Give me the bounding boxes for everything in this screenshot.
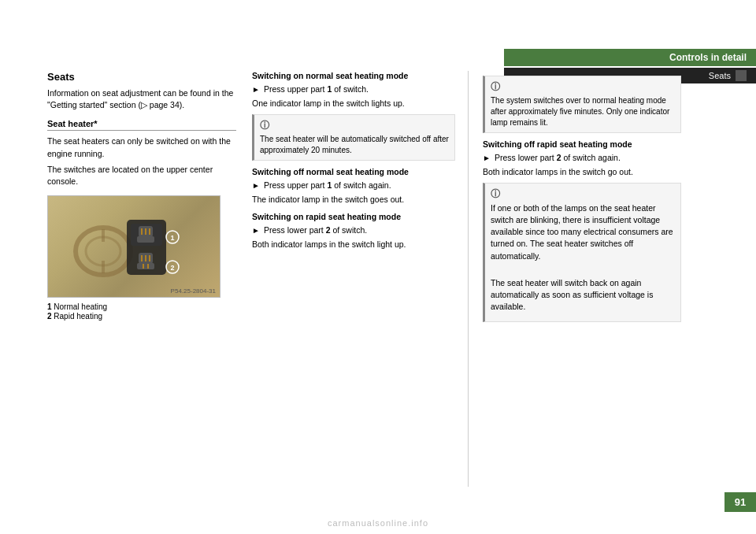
svg-rect-8: [137, 236, 154, 243]
svg-text:2: 2: [170, 264, 174, 272]
image-captions: 1 Normal heating 2 Rapid heating: [47, 302, 236, 321]
left-column: Seats Information on seat adjustment can…: [47, 71, 252, 487]
caption-item-1: 1 Normal heating: [47, 302, 236, 311]
seats-intro: Information on seat adjustment can be fo…: [47, 87, 236, 111]
switching-off-rapid-bullet: ► Press lower part 2 of switch again.: [483, 152, 681, 164]
seat-heater-image: 1 2 P54.25-2804-31: [47, 195, 220, 298]
arrow-icon-2: ►: [252, 180, 260, 191]
right-column: ⓘ The system switches over to normal hea…: [469, 71, 689, 487]
interior-svg: 1 2: [48, 196, 220, 298]
arrow-icon-4: ►: [483, 153, 491, 164]
info-box-normal-switch: ⓘ The system switches over to normal hea…: [483, 76, 681, 133]
switching-on-normal-note: One indicator lamp in the switch lights …: [252, 98, 455, 109]
switching-off-rapid-bullet-text: Press lower part 2 of switch again.: [495, 152, 621, 164]
seat-heater-title: Seat heater*: [47, 119, 236, 131]
arrow-icon-1: ►: [252, 84, 260, 95]
switching-on-rapid-title: Switching on rapid seat heating mode: [252, 212, 455, 221]
switching-off-normal-title: Switching off normal seat heating mode: [252, 167, 455, 176]
switching-on-rapid-bullet: ► Press lower part 2 of switch.: [252, 224, 455, 236]
switching-on-normal-title: Switching on normal seat heating mode: [252, 71, 455, 80]
warning-text-2: The seat heater will switch back on agai…: [491, 277, 675, 313]
svg-text:1: 1: [170, 234, 174, 242]
seat-heater-body2: The switches are located on the upper ce…: [47, 164, 236, 187]
warning-box-voltage: ⓘ If one or both of the lamps on the sea…: [483, 183, 681, 322]
section-header: Controls in detail: [504, 49, 756, 66]
switching-off-normal-bullet-text: Press upper part 1 of switch again.: [264, 180, 391, 191]
switching-off-normal-note: The indicator lamp in the switch goes ou…: [252, 194, 455, 206]
main-content: Seats Information on seat adjustment can…: [47, 71, 756, 487]
section-title: Controls in detail: [669, 52, 747, 63]
info-autooff-text: The seat heater will be automatically sw…: [260, 135, 449, 154]
switching-on-normal-bullet-text: Press upper part 1 of switch.: [264, 83, 369, 95]
warning-icon: ⓘ: [491, 187, 675, 201]
info-icon-1: ⓘ: [260, 119, 449, 132]
info-box-autooff: ⓘ The seat heater will be automatically …: [252, 114, 455, 161]
switching-off-normal-bullet: ► Press upper part 1 of switch again.: [252, 180, 455, 191]
switching-on-rapid-bullet-text: Press lower part 2 of switch.: [264, 224, 367, 236]
switching-off-rapid-note: Both indicator lamps in the switch go ou…: [483, 166, 681, 178]
svg-rect-13: [137, 263, 154, 269]
image-code: P54.25-2804-31: [171, 287, 216, 295]
switching-on-rapid-note: Both indicator lamps in the switch light…: [252, 239, 455, 250]
page-number: 91: [724, 492, 756, 512]
middle-column: Switching on normal seat heating mode ► …: [252, 71, 469, 487]
info-normal-switch-text: The system switches over to normal heati…: [491, 96, 669, 127]
info-icon-2: ⓘ: [491, 80, 675, 94]
arrow-icon-3: ►: [252, 225, 260, 236]
switching-off-rapid-title: Switching off rapid seat heating mode: [483, 139, 681, 149]
seat-heater-body1: The seat heaters can only be switched on…: [47, 135, 236, 159]
warning-text-1: If one or both of the lamps on the seat …: [491, 202, 675, 262]
watermark: carmanualsonline.info: [328, 518, 428, 528]
car-interior-background: 1 2 P54.25-2804-31: [48, 196, 220, 297]
seats-title: Seats: [47, 71, 236, 83]
caption-item-2: 2 Rapid heating: [47, 312, 236, 321]
switching-on-normal-bullet: ► Press upper part 1 of switch.: [252, 83, 455, 95]
